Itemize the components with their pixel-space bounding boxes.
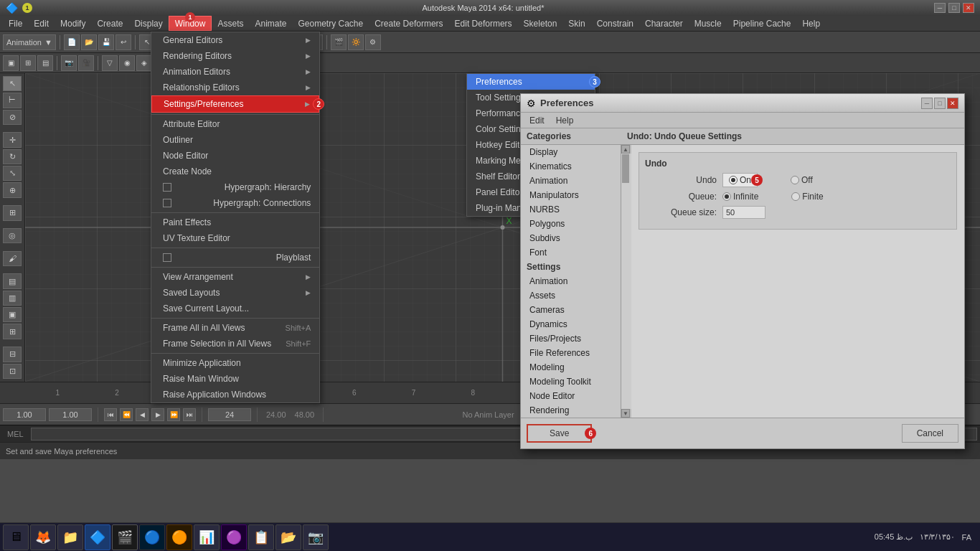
taskbar-pr[interactable]: 🟣: [221, 524, 247, 550]
sidebar-polygons[interactable]: Polygons: [521, 217, 621, 231]
taskbar-file[interactable]: 📂: [275, 524, 301, 550]
rotate-tool[interactable]: ↻: [3, 149, 22, 164]
menu-saved-layouts[interactable]: Saved Layouts: [151, 285, 319, 301]
quick-layout-1[interactable]: ▤: [3, 273, 22, 288]
sidebar-kinematics[interactable]: Kinematics: [521, 159, 621, 174]
menu-outliner[interactable]: Outliner: [151, 132, 319, 148]
submenu-preferences[interactable]: Preferences 3: [467, 74, 595, 90]
menu-edit[interactable]: Edit: [28, 16, 55, 31]
taskbar-db[interactable]: 📊: [194, 524, 220, 550]
menu-minimize-app[interactable]: Minimize Application: [151, 355, 319, 371]
sidebar-modeling[interactable]: Modeling: [521, 360, 621, 375]
menu-frame-all[interactable]: Frame All in All Views Shift+A: [151, 320, 319, 336]
play-back-btn[interactable]: ◀: [136, 408, 149, 421]
menu-character[interactable]: Character: [639, 16, 689, 31]
open-scene-btn[interactable]: 📂: [81, 34, 97, 50]
render-btn[interactable]: 🎬: [331, 34, 347, 50]
menu-window[interactable]: Window 1: [169, 16, 212, 31]
menu-view-arrangement[interactable]: View Arrangement: [151, 269, 319, 285]
taskbar-cam[interactable]: 📷: [303, 524, 329, 550]
go-start-btn[interactable]: ⏮: [104, 408, 117, 421]
render-cam-btn[interactable]: 🎥: [78, 55, 94, 71]
sidebar-modeling-toolkit[interactable]: Modeling Toolkit: [521, 375, 621, 389]
menu-paint-effects[interactable]: Paint Effects: [151, 215, 319, 230]
pref-cancel-button[interactable]: Cancel: [902, 424, 958, 443]
menu-playblast[interactable]: Playblast: [151, 250, 319, 265]
snap-point-tool[interactable]: ⊡: [3, 364, 22, 379]
render-settings-btn[interactable]: ⚙: [365, 34, 381, 50]
range-end-input[interactable]: 24: [208, 408, 251, 421]
menu-save-current-layout[interactable]: Save Current Layout...: [151, 301, 319, 316]
menu-relationship-editors[interactable]: Relationship Editors: [151, 80, 319, 95]
select-tool[interactable]: ↖: [3, 76, 22, 91]
sidebar-subdivs[interactable]: Subdivs: [521, 231, 621, 245]
undo-on-option[interactable]: On 5: [722, 173, 758, 187]
menu-rendering-editors[interactable]: Rendering Editors: [151, 48, 319, 64]
menu-help[interactable]: Help: [796, 16, 826, 31]
menu-file[interactable]: File: [3, 16, 28, 31]
scroll-down-btn[interactable]: ▼: [621, 409, 630, 418]
taskbar-ae[interactable]: 🎬: [112, 524, 138, 550]
range-start-input[interactable]: 1.00: [49, 408, 92, 421]
minimize-button[interactable]: ─: [934, 3, 946, 13]
taskbar-firefox[interactable]: 🦊: [30, 524, 56, 550]
menu-create-deformers[interactable]: Create Deformers: [369, 16, 448, 31]
start-time-input[interactable]: 1.00: [3, 408, 46, 421]
pref-save-button[interactable]: Save 6: [527, 424, 592, 443]
sidebar-manipulators[interactable]: Manipulators: [521, 188, 621, 202]
menu-node-editor[interactable]: Node Editor: [151, 148, 319, 164]
snap-grid-tool[interactable]: ⊟: [3, 347, 22, 362]
smooth-btn[interactable]: ◉: [119, 55, 135, 71]
pref-help-menu[interactable]: Help: [550, 114, 580, 127]
scroll-up-btn[interactable]: ▲: [621, 145, 630, 154]
sidebar-files-projects[interactable]: Files/Projects: [521, 331, 621, 346]
menu-pipeline-cache[interactable]: Pipeline Cache: [727, 16, 797, 31]
close-button[interactable]: ✕: [963, 3, 974, 13]
queue-infinite-radio[interactable]: [722, 192, 731, 201]
menu-skin[interactable]: Skin: [562, 16, 590, 31]
queue-infinite-option[interactable]: Infinite: [722, 192, 758, 202]
soft-select-tool[interactable]: ◎: [3, 228, 22, 243]
menu-muscle[interactable]: Muscle: [689, 16, 727, 31]
pref-sidebar-scrollbar[interactable]: ▲ ▼: [621, 145, 631, 418]
menu-animation-editors[interactable]: Animation Editors: [151, 64, 319, 80]
sidebar-rendering[interactable]: Rendering: [521, 403, 621, 418]
save-scene-btn[interactable]: 💾: [98, 34, 114, 50]
taskbar-folder[interactable]: 📁: [57, 524, 83, 550]
taskbar-ai[interactable]: 🟠: [166, 524, 192, 550]
menu-create-node[interactable]: Create Node: [151, 164, 319, 179]
next-frame-btn[interactable]: ⏩: [167, 408, 180, 421]
panel-single-btn[interactable]: ▣: [3, 55, 19, 71]
sidebar-cameras[interactable]: Cameras: [521, 303, 621, 317]
pref-close-btn[interactable]: ✕: [947, 98, 958, 109]
pref-maximize-btn[interactable]: □: [934, 98, 946, 109]
sidebar-font[interactable]: Font: [521, 245, 621, 260]
menu-skeleton[interactable]: Skeleton: [518, 16, 563, 31]
quick-layout-4[interactable]: ⊞: [3, 324, 22, 339]
taskbar-ps[interactable]: 🔵: [139, 524, 165, 550]
taskbar-explorer[interactable]: 🖥: [3, 524, 29, 550]
taskbar-extra[interactable]: 📋: [248, 524, 274, 550]
menu-display[interactable]: Display: [128, 16, 168, 31]
universal-tool[interactable]: ⊕: [3, 182, 22, 197]
menu-general-editors[interactable]: General Editors: [151, 32, 319, 48]
sidebar-animation-settings[interactable]: Animation: [521, 274, 621, 288]
select-loop-tool[interactable]: ⊢: [3, 93, 22, 108]
menu-animate[interactable]: Animate: [249, 16, 292, 31]
sidebar-node-editor[interactable]: Node Editor: [521, 389, 621, 403]
queue-finite-radio[interactable]: [791, 192, 800, 201]
undo-off-radio[interactable]: [791, 176, 799, 184]
panel-quad-btn[interactable]: ⊞: [20, 55, 36, 71]
panel-side-btn[interactable]: ▤: [37, 55, 53, 71]
ipr-btn[interactable]: 🔆: [348, 34, 364, 50]
lasso-tool[interactable]: ⊘: [3, 110, 22, 125]
menu-raise-app-windows[interactable]: Raise Application Windows: [151, 387, 319, 402]
menu-hypergraph-hierarchy[interactable]: Hypergraph: Hierarchy: [151, 179, 319, 195]
go-end-btn[interactable]: ⏭: [183, 408, 196, 421]
show-manip-tool[interactable]: ⊞: [3, 205, 22, 220]
workspace-dropdown[interactable]: Animation ▼: [3, 34, 56, 50]
undo-off-option[interactable]: Off: [791, 175, 813, 185]
quick-layout-3[interactable]: ▣: [3, 307, 22, 322]
sidebar-assets[interactable]: Assets: [521, 288, 621, 303]
menu-uv-texture-editor[interactable]: UV Texture Editor: [151, 230, 319, 246]
